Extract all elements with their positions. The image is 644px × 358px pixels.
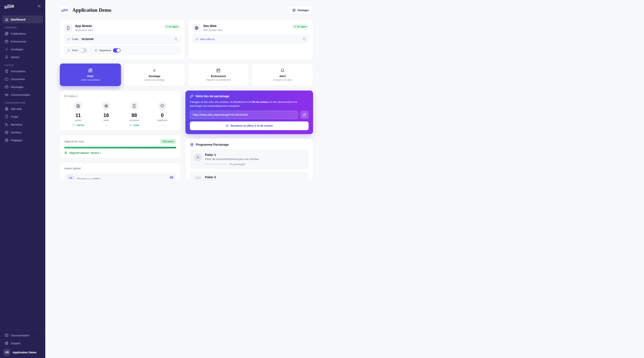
sidebar-item-dashboard[interactable]: Dashboard bbox=[2, 15, 43, 23]
sidebar-item-alertes[interactable]: Alertes bbox=[2, 53, 43, 61]
tier-description: Place de concert/événement pour vos memb… bbox=[205, 158, 259, 161]
code-value: 30192458 bbox=[82, 38, 94, 41]
gift-icon bbox=[190, 143, 194, 147]
sidebar-item-label: Membres bbox=[11, 123, 22, 126]
sidebar-item-projet[interactable]: Projet bbox=[2, 113, 43, 120]
left-column: Ce mois-ci 11 posts +267% bbox=[60, 90, 180, 179]
heart-icon bbox=[158, 102, 166, 110]
share-button[interactable]: Partager bbox=[288, 6, 313, 14]
users-icon bbox=[5, 123, 8, 126]
stat-posts: 11 posts +267% bbox=[64, 102, 92, 127]
silia-logo: silia bbox=[4, 3, 14, 10]
app-logo: silia bbox=[60, 5, 69, 15]
sidebar-item-communication[interactable]: Communication bbox=[2, 91, 43, 98]
external-link-icon bbox=[303, 113, 306, 116]
site-url-link[interactable]: dem.silia.co bbox=[200, 38, 215, 41]
goal-progress-bar bbox=[64, 147, 176, 148]
sidebar-item-label: Documents bbox=[11, 77, 25, 81]
identity-cards-row: App Mobile Application Silia En ligne Co… bbox=[60, 19, 313, 59]
tier-name: Palier 1 bbox=[205, 153, 259, 157]
sidebar-collapse-icon[interactable] bbox=[37, 4, 42, 8]
app-visibility-field: Privé · Répertorié bbox=[64, 46, 180, 55]
arrow-up-icon bbox=[72, 124, 75, 127]
private-toggle[interactable] bbox=[80, 48, 87, 52]
arrow-up-icon bbox=[129, 124, 132, 127]
share-button-label: Partager bbox=[298, 8, 309, 12]
sidebar-item-label: Formulaires bbox=[11, 70, 26, 73]
mail-icon bbox=[5, 85, 8, 89]
tier-progress-bar bbox=[205, 164, 227, 165]
sidebar-nav: Dashboard CONTENU Publications Événement… bbox=[0, 13, 45, 179]
sidebar-item-label: Publications bbox=[11, 32, 26, 35]
sidebar-item-membres[interactable]: Membres bbox=[2, 120, 43, 128]
sidebar-item-site-web[interactable]: Site web bbox=[2, 105, 43, 113]
file-text-icon bbox=[67, 175, 74, 179]
sidebar-item-formulaires[interactable]: Formulaires bbox=[2, 67, 43, 75]
disc-icon bbox=[102, 102, 110, 110]
action-evenement-button[interactable]: Événement Planifier un événement bbox=[188, 63, 249, 86]
action-post-button[interactable]: Post Créer un contenu bbox=[60, 63, 121, 86]
sidebar-item-label: Projet bbox=[11, 115, 18, 118]
month-stats-card: Ce mois-ci 11 posts +267% bbox=[60, 90, 180, 131]
referral-cta-button[interactable]: Parrainez et offrez 5 % de remise bbox=[190, 121, 308, 130]
newspaper-icon bbox=[88, 68, 92, 72]
open-link-button[interactable] bbox=[300, 111, 308, 119]
referral-description: Partagez ce lien avec vos contacts. Ils … bbox=[190, 100, 308, 108]
globe-icon bbox=[5, 107, 8, 111]
sidebar-item-label: Sections bbox=[11, 131, 22, 134]
action-subtitle: Lancer un sondage bbox=[144, 78, 165, 81]
stat-delta: — bbox=[161, 124, 164, 127]
sidebar-section-contenu: CONTENU bbox=[5, 26, 40, 29]
status-label: En ligne bbox=[169, 25, 178, 28]
clipboard-icon bbox=[5, 69, 8, 73]
lock-icon bbox=[194, 175, 202, 179]
sidebar-item-evenements[interactable]: Événements bbox=[2, 37, 43, 45]
separator-dot: · bbox=[90, 49, 91, 52]
main-content: silia Application Demo Partager App Mobi… bbox=[45, 0, 322, 179]
impact-row-contenus: Contenus publiés 40 au total bbox=[64, 173, 176, 179]
stat-label: réactions bbox=[157, 119, 167, 122]
action-title: Alert bbox=[279, 74, 286, 78]
stat-value: 16 bbox=[104, 112, 109, 118]
sidebar-item-publications[interactable]: Publications bbox=[2, 30, 43, 37]
copy-url-icon[interactable] bbox=[302, 37, 306, 41]
medal-icon bbox=[64, 151, 68, 154]
sidebar-item-messages[interactable]: Messages bbox=[2, 83, 43, 91]
tier-name: Palier 2 bbox=[205, 175, 259, 179]
goal-title: Objectif du mois bbox=[64, 140, 84, 143]
private-label: Privé bbox=[72, 49, 78, 52]
qr-code-icon bbox=[292, 8, 296, 12]
listed-label: Répertorié bbox=[99, 49, 111, 52]
sidebar-item-reglages[interactable]: Réglages bbox=[2, 136, 43, 144]
newspaper-icon bbox=[5, 32, 8, 35]
action-subtitle: Créer un contenu bbox=[81, 78, 100, 81]
copy-code-icon[interactable] bbox=[174, 37, 178, 41]
sidebar-item-label: Dashboard bbox=[11, 18, 25, 21]
lock-icon bbox=[194, 153, 202, 161]
action-subtitle: Planifier un événement bbox=[206, 78, 231, 81]
link-icon bbox=[190, 94, 194, 98]
poll-icon bbox=[5, 47, 8, 51]
site-web-card: Site Web Web Builder Silia En ligne dem.… bbox=[188, 19, 313, 59]
month-stats-title: Ce mois-ci bbox=[64, 94, 176, 98]
referral-link-input[interactable]: https://www.silia.co/parrainage?ref=3019… bbox=[190, 111, 298, 119]
key-icon bbox=[67, 38, 70, 41]
action-title: Événement bbox=[211, 74, 226, 78]
file-text-icon bbox=[74, 102, 82, 110]
sidebar-item-sondages[interactable]: Sondages bbox=[2, 45, 43, 53]
sidebar-item-documents[interactable]: Documents bbox=[2, 75, 43, 83]
status-label: En ligne bbox=[297, 25, 306, 28]
sidebar-item-sections[interactable]: Sections bbox=[2, 128, 43, 136]
action-alert-button[interactable]: Alert Envoyer une alert bbox=[252, 63, 313, 86]
action-sondage-button[interactable]: Sondage Lancer un sondage bbox=[124, 63, 185, 86]
stat-sessions: 88 sessions +11% bbox=[120, 102, 148, 127]
stat-value: 88 bbox=[131, 112, 137, 118]
calendar-icon bbox=[216, 68, 220, 72]
stat-delta: +267% bbox=[72, 124, 84, 127]
listed-toggle[interactable] bbox=[113, 48, 120, 52]
globe-icon bbox=[192, 24, 201, 32]
content-columns: Ce mois-ci 11 posts +267% bbox=[60, 90, 313, 179]
stat-vues: 16 vues — bbox=[92, 102, 120, 127]
quick-actions-row: Post Créer un contenu Sondage Lancer un … bbox=[60, 63, 313, 86]
broadcast-icon bbox=[5, 93, 8, 96]
